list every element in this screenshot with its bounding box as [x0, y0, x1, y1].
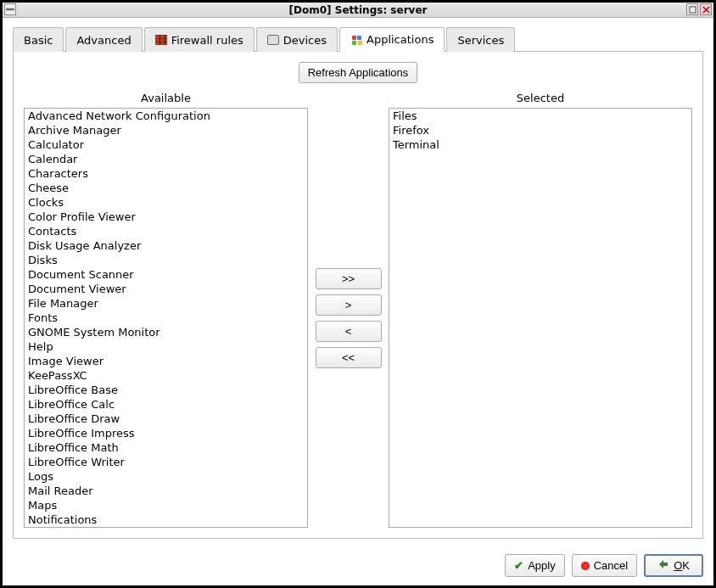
apply-button[interactable]: ✔ Apply [505, 554, 565, 577]
svg-rect-1 [689, 6, 695, 12]
list-item[interactable]: Archive Manager [25, 123, 307, 137]
list-item[interactable]: Document Viewer [25, 282, 307, 296]
available-header: Available [24, 92, 308, 104]
tab-basic[interactable]: Basic [13, 27, 64, 52]
list-item[interactable]: Disks [25, 253, 307, 267]
list-item[interactable]: Notifications [25, 512, 307, 527]
tab-devices[interactable]: Devices [256, 27, 338, 52]
dialog-button-bar: ✔ Apply Cancel OK [3, 547, 713, 585]
selected-header: Selected [389, 92, 692, 104]
list-item[interactable]: Disk Usage Analyzer [25, 238, 307, 253]
list-item[interactable]: Fonts [25, 311, 307, 325]
list-item[interactable]: Contacts [25, 224, 307, 238]
tab-services[interactable]: Services [446, 27, 515, 52]
close-button[interactable] [700, 3, 712, 15]
list-item[interactable]: Image Viewer [25, 354, 307, 368]
list-item[interactable]: LibreOffice Impress [25, 426, 307, 440]
list-item[interactable]: Firefox [389, 123, 691, 137]
list-item[interactable]: Help [25, 339, 307, 354]
cancel-icon [581, 562, 590, 570]
tab-firewall[interactable]: Firewall rules [144, 27, 255, 52]
list-headers: Available Selected [24, 92, 692, 104]
tab-label: Services [457, 34, 504, 47]
list-item[interactable]: Cheese [25, 181, 307, 195]
list-item[interactable]: Calendar [25, 152, 307, 166]
maximize-button[interactable] [686, 3, 698, 15]
cancel-button[interactable]: Cancel [572, 554, 637, 577]
tab-label: Applications [366, 33, 434, 46]
svg-rect-0 [6, 8, 14, 10]
list-item[interactable]: Terminal [389, 137, 691, 152]
apply-label: Apply [528, 559, 556, 572]
list-item[interactable]: LibreOffice Writer [25, 455, 307, 469]
list-item[interactable]: LibreOffice Draw [25, 412, 307, 426]
selected-listbox[interactable]: FilesFirefoxTerminal [389, 108, 692, 528]
available-listbox[interactable]: Advanced Network ConfigurationArchive Ma… [24, 108, 308, 528]
firewall-icon [155, 35, 167, 45]
applications-icon [350, 34, 362, 46]
lists-row: Advanced Network ConfigurationArchive Ma… [24, 108, 692, 528]
tab-label: Basic [24, 34, 53, 47]
list-item[interactable]: Document Scanner [25, 267, 307, 282]
devices-icon [267, 35, 279, 45]
applications-panel: Refresh Applications Available Selected … [13, 52, 703, 539]
ok-icon [657, 558, 669, 573]
settings-window: [Dom0] Settings: server Basic Advanced F… [0, 0, 716, 588]
list-item[interactable]: Maps [25, 498, 307, 512]
list-item[interactable]: Color Profile Viewer [25, 210, 307, 224]
ok-button[interactable]: OK [644, 554, 703, 577]
list-item[interactable]: Calculator [25, 137, 307, 152]
list-item[interactable]: GNOME System Monitor [25, 325, 307, 339]
refresh-applications-button[interactable]: Refresh Applications [299, 62, 418, 83]
list-item[interactable]: Clocks [25, 195, 307, 210]
cancel-label: Cancel [594, 559, 628, 572]
list-item[interactable]: Mail Reader [25, 484, 307, 498]
list-item[interactable]: File Manager [25, 296, 307, 311]
titlebar-controls [686, 3, 712, 15]
window-menu-icon[interactable] [4, 3, 16, 15]
move-all-right-button[interactable]: >> [316, 268, 382, 289]
tab-label: Advanced [76, 34, 131, 47]
titlebar[interactable]: [Dom0] Settings: server [3, 3, 713, 18]
content-area: Basic Advanced Firewall rules Devices Ap… [3, 18, 713, 547]
tab-advanced[interactable]: Advanced [65, 27, 142, 52]
tab-label: Firewall rules [171, 34, 243, 47]
refresh-row: Refresh Applications [24, 62, 692, 83]
list-item[interactable]: Advanced Network Configuration [25, 109, 307, 123]
move-button-group: >> > < << [308, 108, 389, 528]
tab-label: Devices [283, 34, 327, 47]
tab-bar: Basic Advanced Firewall rules Devices Ap… [13, 26, 703, 52]
check-icon: ✔ [514, 559, 523, 572]
list-item[interactable]: LibreOffice Calc [25, 397, 307, 412]
list-item[interactable]: LibreOffice Base [25, 383, 307, 397]
list-item[interactable]: Files [389, 109, 691, 123]
list-item[interactable]: KeePassXC [25, 368, 307, 383]
move-all-left-button[interactable]: << [316, 347, 382, 368]
window-title: [Dom0] Settings: server [289, 4, 428, 16]
tab-applications[interactable]: Applications [339, 27, 445, 52]
list-item[interactable]: Logs [25, 469, 307, 484]
list-item[interactable]: LibreOffice Math [25, 440, 307, 455]
move-right-button[interactable]: > [316, 294, 382, 316]
ok-label: OK [674, 559, 690, 572]
move-left-button[interactable]: < [316, 321, 382, 342]
list-item[interactable]: Characters [25, 166, 307, 181]
